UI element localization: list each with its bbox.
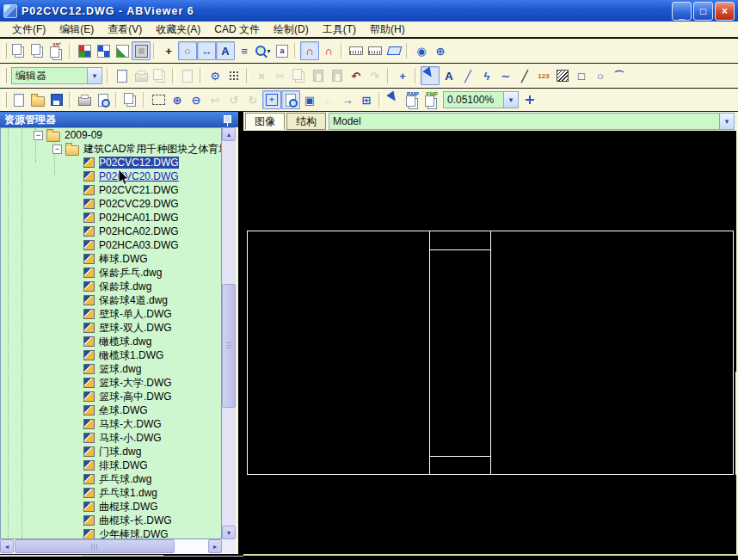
tree-item[interactable]: 乒乓球.dwg — [1, 472, 221, 486]
page-copy-button[interactable] — [151, 66, 169, 85]
zoom-find-button[interactable]: ▾ — [254, 41, 273, 60]
bg-checker-button[interactable] — [94, 41, 113, 60]
tree-item[interactable]: 橄榄球.dwg — [1, 335, 221, 348]
fit-window-button[interactable]: + — [262, 90, 281, 109]
page-print-button[interactable] — [132, 66, 151, 85]
save-file-button[interactable] — [47, 90, 66, 109]
tree-item[interactable]: −2009-09 — [1, 128, 221, 142]
thick-line-tool-button[interactable]: ╱ — [515, 66, 534, 85]
snap-circle-button[interactable]: ○ — [178, 41, 197, 60]
toolbar-grip[interactable] — [3, 43, 7, 58]
undo-button[interactable]: ↶ — [347, 66, 366, 85]
toolbar-grip[interactable] — [3, 68, 7, 83]
select-tool-button[interactable] — [421, 66, 440, 85]
snap-width-button[interactable]: ↔ — [197, 41, 216, 60]
tree-item[interactable]: 排球.DWG — [1, 458, 221, 472]
maximize-button[interactable]: □ — [693, 2, 713, 21]
tree-item[interactable]: 篮球.dwg — [1, 362, 221, 376]
copy-button[interactable] — [290, 66, 309, 85]
tree-item[interactable]: 壁球-双人.DWG — [1, 321, 221, 335]
drawing-canvas[interactable] — [243, 131, 736, 554]
cut-button[interactable]: ✂ — [271, 66, 290, 85]
menu-file[interactable]: 文件(F) — [5, 22, 52, 37]
move-cross-button[interactable]: + — [159, 41, 178, 60]
compass-button[interactable]: ⊕ — [431, 41, 450, 60]
tree-item[interactable]: 壁球-单人.DWG — [1, 307, 221, 321]
tree-item[interactable]: P02HCA03.DWG — [1, 238, 221, 252]
editor-combo[interactable]: 编辑器▾ — [11, 67, 102, 84]
tree-item[interactable]: 少年棒球.DWG — [1, 527, 221, 539]
layers-button[interactable]: ≡ — [235, 41, 254, 60]
paste-special-button[interactable] — [328, 66, 347, 85]
tree-item[interactable]: P02CVC21.DWG — [1, 183, 221, 197]
toolbar-grip[interactable] — [3, 92, 7, 108]
tree-item[interactable]: 马球-小.DWG — [1, 431, 221, 445]
horizontal-scroll-thumb[interactable] — [15, 539, 175, 553]
zoom-window-button[interactable] — [149, 90, 168, 109]
zoom-combo[interactable]: 0.05100%▾ — [443, 91, 519, 108]
model-combo[interactable]: Model ▾ — [329, 113, 735, 130]
tree-item[interactable]: 保龄乒乓.dwg — [1, 266, 221, 280]
print-button[interactable] — [75, 90, 94, 109]
magnet-snap-button[interactable]: ∩ — [300, 41, 319, 60]
select-area-button[interactable] — [384, 90, 403, 109]
rectangle-tool-button[interactable]: □ — [572, 66, 591, 85]
zoom-previous-button[interactable]: ↩ — [206, 90, 224, 109]
tree-item[interactable]: 保龄球.dwg — [1, 280, 221, 293]
page-send-button[interactable] — [178, 66, 197, 85]
snap-text-button[interactable]: A — [216, 41, 235, 60]
tree-item[interactable]: 曲棍球.DWG — [1, 500, 221, 514]
export-emf-button[interactable]: EMF — [422, 90, 441, 109]
close-button[interactable]: × — [715, 2, 735, 21]
window-titlebar[interactable]: P02CVC12.DWG - ABViewer 6 _ □ × — [0, 0, 738, 22]
tree-item[interactable]: 保龄球4道.dwg — [1, 293, 221, 307]
chevron-down-icon[interactable]: ▾ — [503, 92, 518, 108]
open-file-button[interactable] — [28, 90, 47, 109]
menu-draw[interactable]: 绘制(D) — [267, 22, 316, 37]
panels-button[interactable]: ▣ — [300, 90, 319, 109]
redo-button[interactable]: ↷ — [366, 66, 384, 85]
tree-item[interactable]: 篮球-大学.DWG — [1, 376, 221, 390]
pin-icon[interactable] — [224, 115, 231, 123]
tree-expander[interactable]: − — [52, 145, 62, 154]
tools-wrench-button[interactable]: ⚙ — [206, 66, 224, 85]
bg-quad-colors-button[interactable] — [75, 41, 94, 60]
pages-convert-button[interactable] — [121, 90, 140, 109]
zoom-out-button[interactable]: ⊖ — [187, 90, 206, 109]
tab-structure[interactable]: 结构 — [286, 113, 326, 130]
zoom-extents-button[interactable] — [281, 90, 300, 109]
arc-tool-button[interactable]: ⌒ — [610, 66, 629, 85]
grid-dots-button[interactable] — [224, 66, 243, 85]
menu-view[interactable]: 查看(V) — [101, 22, 149, 37]
tree-item[interactable]: P02CVC20.DWG — [1, 169, 221, 183]
tree-item[interactable]: P02HCA01.DWG — [1, 211, 221, 225]
ellipse-tool-button[interactable]: ○ — [591, 66, 610, 85]
tree-item[interactable]: 篮球-高中.DWG — [1, 390, 221, 403]
chevron-down-icon[interactable]: ▾ — [267, 47, 270, 55]
chevron-down-icon[interactable]: ▾ — [719, 114, 734, 129]
measure-ruler-button[interactable] — [347, 41, 366, 60]
bg-gray-button[interactable] — [132, 41, 151, 60]
scroll-right-button[interactable]: ▸ — [208, 539, 222, 553]
scroll-down-button[interactable]: ▾ — [222, 526, 236, 539]
paste-button[interactable] — [309, 66, 328, 85]
zoom-in-button[interactable]: ⊕ — [168, 90, 187, 109]
dimension-tool-button[interactable]: 123 — [534, 66, 553, 85]
tree-horizontal-scrollbar[interactable]: ◂ ▸ — [0, 539, 222, 553]
back-button[interactable]: ← — [319, 90, 338, 109]
menu-cad-file[interactable]: CAD 文件 — [207, 22, 267, 37]
file-tree[interactable]: −2009-09−建筑CAD常用千种图块之体育场P02CVC12.DWGP02C… — [0, 127, 222, 539]
thumbnails-button[interactable]: ⊞ — [357, 90, 376, 109]
line-tool-button[interactable]: ╱ — [458, 66, 477, 85]
rotate-35-button[interactable]: 35° — [47, 41, 66, 60]
page-new-button[interactable] — [113, 66, 132, 85]
tab-image[interactable]: 图像 — [245, 113, 285, 130]
tree-item[interactable]: 马球-大.DWG — [1, 417, 221, 431]
tree-item[interactable]: 垒球.DWG — [1, 403, 221, 417]
tree-item[interactable]: P02HCA02.DWG — [1, 225, 221, 238]
spline-tool-button[interactable]: ∼ — [496, 66, 515, 85]
menu-help[interactable]: 帮助(H) — [363, 22, 412, 37]
minimize-button[interactable]: _ — [672, 2, 692, 21]
tree-expander[interactable]: − — [34, 131, 43, 140]
tree-item[interactable]: P02CVC12.DWG — [1, 156, 221, 169]
